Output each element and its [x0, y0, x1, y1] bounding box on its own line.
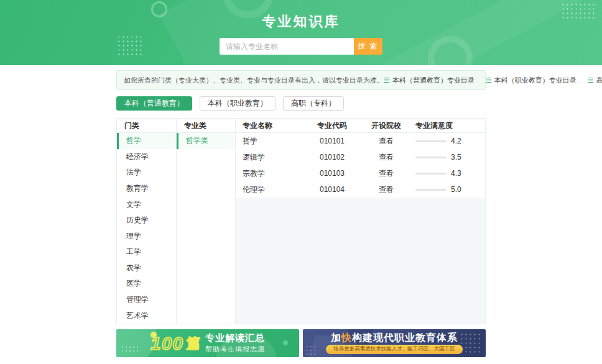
satisfaction-value: 4.3	[451, 169, 461, 178]
tab-benke-zhiye[interactable]: 本科（职业教育）	[200, 96, 276, 111]
major-name: 伦理学	[236, 184, 303, 195]
view-schools-link[interactable]: 查看	[361, 136, 412, 147]
view-schools-link[interactable]: 查看	[361, 184, 412, 195]
catalog-link-label: 高职（专科）专业目录	[596, 76, 602, 85]
tab-gaozhi[interactable]: 高职（专科）	[283, 96, 344, 111]
table-row: 逻辑学 010102 查看 3.5	[236, 149, 485, 165]
majors-detail-panel: 专业名称 专业代码 开设院校 专业满意度 哲学 010101 查看 4.2 逻辑…	[236, 119, 485, 324]
satisfaction-bar	[415, 157, 447, 158]
satisfaction-cell: 3.5	[412, 153, 485, 162]
major-code: 010103	[303, 169, 361, 178]
notice-text: 如您所查的门类（专业大类）、专业类、专业与专业目录有出入，请以专业目录为准。	[124, 76, 384, 85]
major-name: 哲学	[236, 136, 303, 147]
major-code: 010102	[303, 153, 361, 162]
satisfaction-bar	[415, 189, 447, 191]
catalog-link-label: 本科（普通教育）专业目录	[392, 76, 475, 85]
category-column: 门类 哲学 经济学 法学 教育学 文学 历史学 理学 工学 农学 医学 管理学 …	[117, 119, 177, 324]
banner-subtitle: 帮助考生填报志愿	[205, 345, 265, 354]
satisfaction-value: 5.0	[451, 185, 461, 194]
column-header-category: 门类	[117, 119, 176, 133]
category-item[interactable]: 法学	[117, 165, 176, 181]
category-item[interactable]: 文学	[117, 196, 176, 212]
column-header-satisfaction: 专业满意度	[412, 121, 485, 131]
catalog-notice-bar: 如您所查的门类（专业大类）、专业类、专业与专业目录有出入，请以专业目录为准。 ☰…	[116, 70, 486, 90]
view-schools-link[interactable]: 查看	[361, 152, 412, 163]
banner-number-unit: 篇	[187, 337, 200, 350]
page-header: 专业知识库 搜 索	[0, 0, 602, 65]
category-item[interactable]: 艺术学	[117, 307, 176, 324]
catalog-link-gaozhi[interactable]: ☰ 高职（专科）专业目录	[588, 76, 602, 85]
major-code: 010101	[303, 137, 361, 145]
list-icon: ☰	[486, 77, 492, 84]
satisfaction-cell: 4.2	[412, 137, 485, 145]
table-row: 哲学 010101 查看 4.2	[236, 133, 485, 149]
list-icon: ☰	[384, 77, 390, 84]
category-item[interactable]: 工学	[117, 244, 176, 260]
search-input[interactable]	[220, 38, 354, 55]
category-item[interactable]: 农学	[117, 260, 176, 276]
category-item[interactable]: 医学	[117, 276, 176, 292]
catalog-link-label: 本科（职业教育）专业目录	[494, 76, 577, 85]
column-header-major-class: 专业类	[177, 119, 235, 133]
satisfaction-cell: 4.3	[412, 169, 485, 178]
search-button[interactable]: 搜 索	[354, 38, 382, 55]
search-bar: 搜 索	[220, 38, 382, 55]
major-class-item[interactable]: 哲学类	[177, 133, 235, 149]
satisfaction-value: 4.2	[451, 137, 461, 145]
list-icon: ☰	[588, 77, 594, 84]
satisfaction-value: 3.5	[451, 153, 461, 162]
banner-title: 专业解读汇总	[205, 332, 265, 344]
table-row: 伦理学 010104 查看 5.0	[236, 181, 485, 198]
major-class-column: 专业类 哲学类	[177, 119, 236, 324]
category-item[interactable]: 经济学	[117, 149, 176, 165]
tab-benke-putong[interactable]: 本科（普通教育）	[116, 96, 192, 111]
banner-vocational-education[interactable]: 加快构建现代职业教育体系 培养更多高素质技术技能人才、能工巧匠、大国工匠	[303, 329, 486, 357]
catalog-link-benke-putong[interactable]: ☰ 本科（普通教育）专业目录	[384, 76, 475, 85]
satisfaction-bar	[415, 140, 447, 142]
catalog-link-benke-zhiye[interactable]: ☰ 本科（职业教育）专业目录	[486, 76, 577, 85]
banner-major-guides[interactable]: 100 篇 专业解读汇总 帮助考生填报志愿	[116, 329, 299, 357]
page-title: 专业知识库	[0, 0, 602, 31]
table-row: 宗教学 010103 查看 4.3	[236, 165, 485, 181]
empty-panel-area	[236, 198, 485, 324]
column-header-school: 开设院校	[361, 121, 412, 131]
banner-subtitle-pill: 培养更多高素质技术技能人才、能工巧匠、大国工匠	[326, 345, 463, 354]
column-header-name: 专业名称	[236, 121, 303, 131]
majors-table: 门类 哲学 经济学 法学 教育学 文学 历史学 理学 工学 农学 医学 管理学 …	[116, 118, 486, 324]
education-level-tabs: 本科（普通教育） 本科（职业教育） 高职（专科）	[116, 96, 486, 111]
banner-number: 100	[150, 334, 183, 353]
major-code: 010104	[303, 185, 361, 194]
view-schools-link[interactable]: 查看	[361, 168, 412, 179]
satisfaction-bar	[415, 173, 447, 175]
column-header-code: 专业代码	[303, 121, 361, 131]
category-item[interactable]: 管理学	[117, 292, 176, 308]
category-item[interactable]: 哲学	[117, 133, 176, 149]
satisfaction-cell: 5.0	[412, 185, 485, 194]
category-item[interactable]: 历史学	[117, 212, 176, 229]
major-name: 逻辑学	[236, 152, 303, 163]
promo-banners: 100 篇 专业解读汇总 帮助考生填报志愿 加快构建现代职业教育体系 培养更多高…	[116, 329, 486, 357]
category-item[interactable]: 教育学	[117, 181, 176, 197]
banner-title: 加快构建现代职业教育体系	[331, 332, 458, 344]
dot-grid-decoration	[117, 35, 143, 56]
detail-header-row: 专业名称 专业代码 开设院校 专业满意度	[236, 119, 485, 133]
major-name: 宗教学	[236, 168, 303, 179]
category-item[interactable]: 理学	[117, 228, 176, 244]
